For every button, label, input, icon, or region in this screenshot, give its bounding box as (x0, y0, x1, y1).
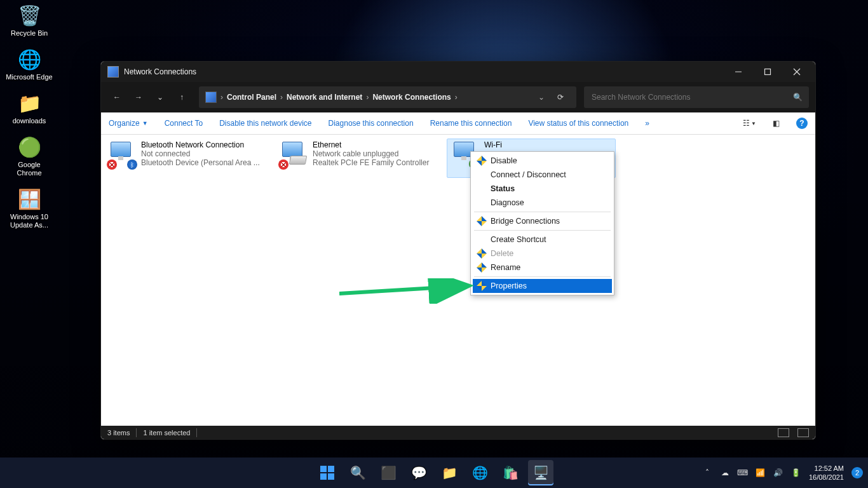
taskbar-network-window[interactable]: 🖥️ (528, 460, 553, 485)
time-text: 12:52 AM (809, 464, 844, 473)
search-icon: 🔍 (793, 93, 803, 102)
taskbar-explorer-button[interactable]: 📁 (437, 460, 462, 485)
taskbar-chat-button[interactable]: 💬 (406, 460, 431, 485)
status-item-count: 3 items (107, 429, 130, 437)
chevron-down-icon: ⌄ (157, 93, 163, 102)
desktop-icon-chrome[interactable]: 🟢 Google Chrome (5, 134, 53, 177)
content-area[interactable]: ᛒ Bluetooth Network Connection Not conne… (101, 135, 815, 426)
desktop-icon-update-assistant[interactable]: 🪟 Windows 10 Update As... (5, 186, 53, 229)
chevron-right-icon: › (366, 93, 369, 102)
disconnected-overlay-icon (107, 159, 117, 170)
cmd-disable-device[interactable]: Disable this network device (219, 119, 311, 128)
address-bar[interactable]: › Control Panel › Network and Internet ›… (199, 86, 576, 108)
network-window-icon: 🖥️ (533, 465, 549, 480)
window-app-icon (107, 66, 119, 78)
details-view-button[interactable] (778, 428, 789, 437)
menu-item-status[interactable]: Status (473, 182, 612, 196)
folder-icon: 📁 (17, 90, 42, 116)
breadcrumb-item[interactable]: Network and Internet (287, 93, 362, 102)
cmd-connect-to[interactable]: Connect To (165, 119, 203, 128)
menu-item-delete: Delete (473, 247, 612, 261)
menu-item-connect-disconnect[interactable]: Connect / Disconnect (473, 168, 612, 182)
cmd-overflow[interactable]: » (645, 119, 649, 128)
menu-item-properties[interactable]: Properties (473, 279, 612, 293)
connection-icon (280, 140, 308, 168)
taskbar[interactable]: 🔍 ⬛ 💬 📁 🌐 🛍️ 🖥️ ˄ ☁ ⌨ 📶 🔊 🔋 12:52 AM 16/… (0, 458, 868, 488)
view-options-button[interactable]: ☷ ▼ (743, 119, 756, 128)
desktop-icon-label: Recycle Bin (11, 29, 48, 37)
organize-label: Organize (109, 119, 140, 128)
maximize-button[interactable] (753, 62, 782, 82)
onedrive-icon[interactable]: ☁ (720, 468, 730, 478)
volume-icon[interactable]: 🔊 (773, 468, 783, 478)
help-button[interactable]: ? (796, 118, 808, 129)
desktop-icon-recycle-bin[interactable]: 🗑️ Recycle Bin (5, 3, 53, 37)
chevron-right-icon: › (220, 93, 223, 102)
system-tray[interactable]: ˄ ☁ ⌨ 📶 🔊 🔋 12:52 AM 16/08/2021 2 (702, 464, 863, 482)
connection-meta: Wi-Fi (484, 140, 611, 149)
wifi-tray-icon[interactable]: 📶 (756, 468, 766, 478)
taskbar-store-button[interactable]: 🛍️ (498, 460, 523, 485)
minimize-button[interactable] (724, 62, 753, 82)
annotation-arrow (339, 278, 479, 304)
windows-update-icon: 🪟 (17, 186, 42, 212)
search-icon: 🔍 (350, 465, 366, 480)
connection-name: Ethernet (313, 140, 440, 149)
cmd-view-status[interactable]: View status of this connection (528, 119, 628, 128)
explorer-window[interactable]: Network Connections ← → ⌄ ↑ › Control Pa… (100, 61, 816, 440)
refresh-button[interactable]: ⟳ (551, 93, 570, 102)
menu-item-rename[interactable]: Rename (473, 261, 612, 274)
command-bar: Organize ▼ Connect To Disable this netwo… (101, 112, 815, 135)
status-selected-count: 1 item selected (143, 429, 190, 437)
large-icons-view-button[interactable] (797, 428, 809, 437)
minimize-icon (735, 68, 742, 76)
battery-icon[interactable]: 🔋 (791, 468, 801, 478)
desktop-icon-downloads[interactable]: 📁 downloads (5, 90, 53, 125)
menu-item-bridge[interactable]: Bridge Connections (473, 214, 612, 228)
breadcrumb-item[interactable]: Control Panel (227, 93, 276, 102)
connection-bluetooth[interactable]: ᛒ Bluetooth Network Connection Not conne… (104, 139, 273, 178)
keyboard-icon[interactable]: ⌨ (738, 468, 748, 478)
tray-overflow-button[interactable]: ˄ (702, 468, 712, 478)
close-icon (793, 68, 801, 76)
cmd-rename[interactable]: Rename this connection (430, 119, 512, 128)
menu-item-create-shortcut[interactable]: Create Shortcut (473, 233, 612, 247)
desktop-icon-edge[interactable]: 🌐 Microsoft Edge (5, 46, 53, 81)
forward-button[interactable]: → (129, 86, 148, 108)
preview-pane-button[interactable]: ◧ (773, 119, 780, 128)
task-view-button[interactable]: ⬛ (376, 460, 401, 485)
ethernet-plug-icon (289, 156, 307, 165)
start-button[interactable] (315, 460, 340, 485)
back-button[interactable]: ← (107, 86, 126, 108)
windows-logo-icon (320, 466, 334, 480)
bluetooth-overlay-icon: ᛒ (127, 159, 137, 170)
connection-ethernet[interactable]: Ethernet Network cable unplugged Realtek… (275, 139, 444, 178)
chevron-right-icon: › (455, 93, 458, 102)
menu-item-diagnose[interactable]: Diagnose (473, 196, 612, 210)
close-button[interactable] (782, 62, 811, 82)
address-dropdown-button[interactable]: ⌄ (536, 93, 547, 102)
chrome-icon: 🟢 (17, 134, 42, 159)
recycle-bin-icon: 🗑️ (17, 3, 42, 28)
notification-badge[interactable]: 2 (851, 467, 863, 478)
breadcrumb-item[interactable]: Network Connections (372, 93, 451, 102)
store-icon: 🛍️ (503, 465, 519, 480)
recent-locations-button[interactable]: ⌄ (151, 86, 170, 108)
context-menu[interactable]: Disable Connect / Disconnect Status Diag… (470, 151, 614, 295)
taskbar-clock[interactable]: 12:52 AM 16/08/2021 (809, 464, 844, 482)
search-box[interactable]: 🔍 (584, 86, 809, 108)
connection-status: Network cable unplugged (313, 149, 440, 158)
maximize-icon (764, 68, 771, 76)
search-input[interactable] (590, 92, 793, 102)
edge-icon: 🌐 (472, 465, 488, 480)
up-button[interactable]: ↑ (172, 86, 191, 108)
titlebar[interactable]: Network Connections (101, 62, 815, 82)
task-view-icon: ⬛ (381, 465, 397, 480)
organize-menu[interactable]: Organize ▼ (109, 119, 148, 128)
desktop[interactable]: 🗑️ Recycle Bin 🌐 Microsoft Edge 📁 downlo… (0, 0, 868, 488)
taskbar-search-button[interactable]: 🔍 (345, 460, 370, 485)
dropdown-triangle-icon: ▼ (751, 121, 756, 126)
cmd-diagnose[interactable]: Diagnose this connection (329, 119, 414, 128)
taskbar-edge-button[interactable]: 🌐 (467, 460, 492, 485)
menu-item-disable[interactable]: Disable (473, 154, 612, 168)
